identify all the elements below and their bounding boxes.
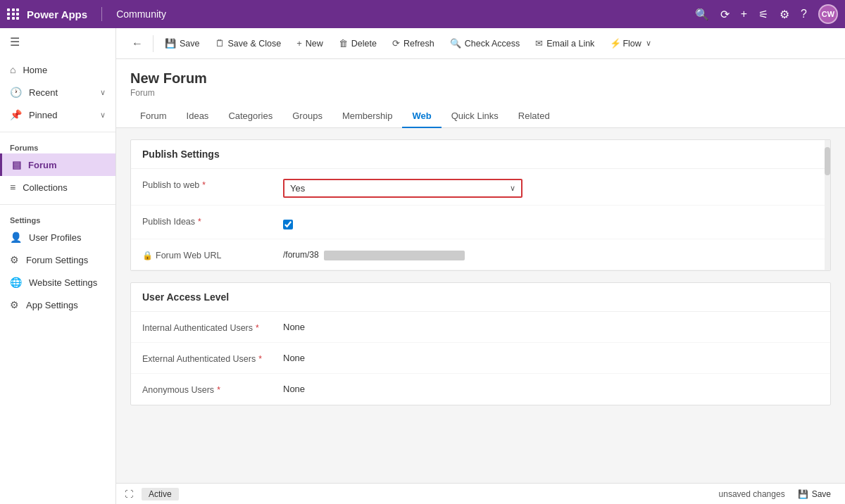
- recent-icon: 🕐: [10, 87, 22, 98]
- new-button[interactable]: + New: [289, 34, 330, 52]
- refresh-icon: ⟳: [392, 38, 400, 49]
- save-label: Save: [180, 39, 200, 49]
- required-indicator-3: *: [256, 323, 259, 333]
- check-access-label: Check Access: [465, 39, 520, 49]
- app-settings-icon: ⚙: [10, 299, 19, 310]
- help-icon[interactable]: ?: [801, 8, 807, 20]
- unsaved-changes-text: unsaved changes: [719, 489, 785, 499]
- email-link-label: Email a Link: [546, 39, 594, 49]
- flow-button[interactable]: ⚡ Flow ∨: [603, 34, 658, 52]
- refresh-circle-icon[interactable]: ⟳: [720, 8, 730, 21]
- email-link-button[interactable]: ✉ Email a Link: [528, 34, 601, 52]
- sidebar-item-label: Forum: [28, 160, 56, 170]
- page-title: New Forum: [130, 70, 831, 87]
- user-profiles-icon: 👤: [10, 232, 22, 243]
- user-access-card: User Access Level Internal Authenticated…: [130, 282, 831, 405]
- publish-to-web-dropdown[interactable]: Yes ∨: [283, 179, 522, 198]
- refresh-button[interactable]: ⟳ Refresh: [385, 34, 442, 52]
- internal-auth-label: Internal Authenticated Users *: [142, 319, 283, 333]
- avatar[interactable]: CW: [818, 4, 838, 24]
- forums-group-label: Forums: [0, 138, 115, 153]
- sidebar-item-home[interactable]: ⌂ Home: [0, 58, 115, 81]
- sidebar-item-label: Pinned: [29, 110, 57, 120]
- publish-ideas-checkbox[interactable]: [283, 220, 293, 229]
- save-close-label: Save & Close: [228, 39, 282, 49]
- add-icon[interactable]: +: [741, 8, 747, 20]
- tab-groups[interactable]: Groups: [282, 105, 332, 128]
- tab-related[interactable]: Related: [508, 105, 560, 128]
- tab-forum[interactable]: Forum: [130, 105, 177, 128]
- sidebar-item-forum[interactable]: ▤ Forum: [0, 153, 115, 176]
- publish-ideas-label: Publish Ideas *: [142, 213, 283, 227]
- tab-membership[interactable]: Membership: [332, 105, 403, 128]
- expand-icon[interactable]: ⛶: [125, 489, 133, 499]
- tab-categories[interactable]: Categories: [218, 105, 282, 128]
- back-button[interactable]: ←: [126, 34, 149, 53]
- app-name: Power Apps: [27, 8, 87, 20]
- status-save-label: Save: [812, 489, 831, 499]
- sidebar-item-forum-settings[interactable]: ⚙ Forum Settings: [0, 248, 115, 271]
- tab-web[interactable]: Web: [402, 105, 441, 128]
- sidebar-item-recent[interactable]: 🕐 Recent ∨: [0, 81, 115, 103]
- flow-icon: ⚡: [610, 38, 621, 49]
- website-settings-icon: 🌐: [10, 277, 22, 288]
- url-text: /forum/38: [283, 250, 319, 260]
- internal-auth-row: Internal Authenticated Users * None: [131, 312, 830, 343]
- external-auth-row: External Authenticated Users * None: [131, 343, 830, 374]
- sidebar-divider: [0, 132, 115, 132]
- external-auth-value: None: [283, 350, 819, 363]
- main-layout: ☰ ⌂ Home 🕐 Recent ∨ 📌 Pinned ∨ Forums ▤: [0, 28, 845, 504]
- delete-icon: 🗑: [339, 38, 348, 49]
- save-close-button[interactable]: 🗒 Save & Close: [208, 34, 289, 52]
- sidebar-item-user-profiles[interactable]: 👤 User Profiles: [0, 226, 115, 248]
- page-subtitle: Forum: [130, 88, 831, 98]
- required-indicator-4: *: [258, 354, 262, 364]
- flow-chevron-icon: ∨: [646, 39, 651, 48]
- publish-ideas-value: [283, 213, 819, 232]
- status-save-icon: 💾: [798, 489, 808, 499]
- scroll-indicator: [825, 140, 830, 270]
- sidebar-item-website-settings[interactable]: 🌐 Website Settings: [0, 271, 115, 294]
- tab-ideas[interactable]: Ideas: [177, 105, 219, 128]
- save-button[interactable]: 💾 Save: [158, 34, 207, 52]
- status-bar-right: unsaved changes 💾 Save: [719, 487, 837, 501]
- search-icon[interactable]: 🔍: [695, 8, 709, 21]
- lock-icon: 🔒: [142, 251, 153, 260]
- internal-auth-value: None: [283, 319, 819, 332]
- refresh-label: Refresh: [403, 39, 434, 49]
- tab-bar: Forum Ideas Categories Groups Membership…: [130, 105, 831, 127]
- required-indicator: *: [202, 180, 206, 190]
- status-badge: Active: [142, 488, 179, 500]
- waffle-menu-icon[interactable]: [7, 8, 20, 20]
- tab-quicklinks[interactable]: Quick Links: [442, 105, 508, 128]
- forum-settings-icon: ⚙: [10, 254, 19, 265]
- sidebar-item-app-settings[interactable]: ⚙ App Settings: [0, 294, 115, 316]
- check-access-icon: 🔍: [450, 38, 461, 49]
- save-icon: 💾: [165, 38, 176, 49]
- sidebar-item-collections[interactable]: ≡ Collections: [0, 176, 115, 199]
- sidebar-item-label: App Settings: [26, 300, 78, 310]
- publish-to-web-row: Publish to web * Yes ∨: [131, 169, 830, 206]
- pinned-icon: 📌: [10, 109, 22, 120]
- filter-icon[interactable]: ⚟: [758, 8, 768, 21]
- delete-button[interactable]: 🗑 Delete: [332, 34, 384, 52]
- sidebar-hamburger[interactable]: ☰: [0, 28, 115, 56]
- settings-icon[interactable]: ⚙: [780, 8, 789, 21]
- scroll-thumb[interactable]: [825, 147, 830, 175]
- forum-web-url-row: 🔒 Forum Web URL /forum/38: [131, 239, 830, 270]
- page-header: New Forum Forum Forum Ideas Categories G…: [116, 59, 845, 128]
- top-nav-right: 🔍 ⟳ + ⚟ ⚙ ? CW: [695, 4, 838, 24]
- nav-community[interactable]: Community: [116, 8, 166, 20]
- publish-to-web-value: Yes ∨: [283, 176, 819, 198]
- home-icon: ⌂: [10, 64, 15, 75]
- check-access-button[interactable]: 🔍 Check Access: [443, 34, 527, 52]
- required-indicator-2: *: [198, 217, 201, 227]
- status-save-button[interactable]: 💾 Save: [792, 487, 837, 501]
- publish-settings-card: Publish Settings Publish to web * Yes ∨: [130, 139, 831, 271]
- delete-label: Delete: [351, 39, 377, 49]
- publish-to-web-label: Publish to web *: [142, 176, 283, 190]
- dropdown-arrow-icon: ∨: [510, 184, 515, 193]
- sidebar-item-pinned[interactable]: 📌 Pinned ∨: [0, 103, 115, 126]
- status-bar: ⛶ Active unsaved changes 💾 Save: [116, 483, 845, 504]
- sidebar: ☰ ⌂ Home 🕐 Recent ∨ 📌 Pinned ∨ Forums ▤: [0, 28, 116, 504]
